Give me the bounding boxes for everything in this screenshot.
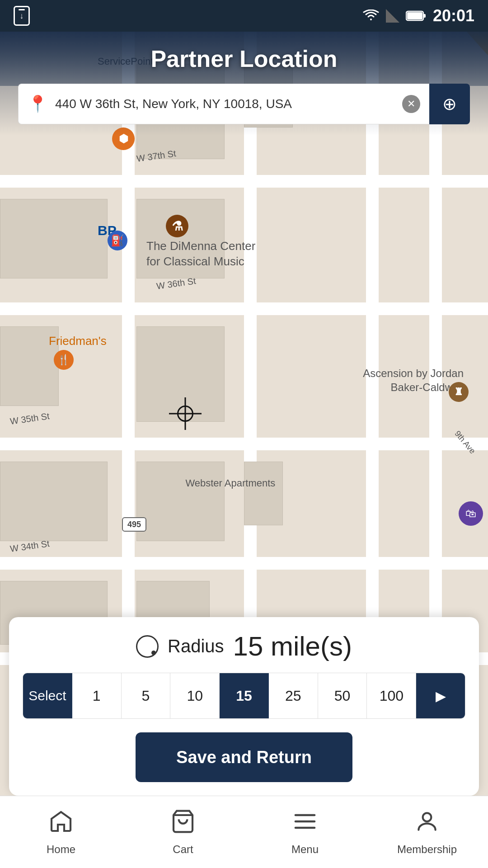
radius-row: Radius 15 mile(s) [23, 631, 465, 662]
marker-friedmans: 🍴 [54, 350, 74, 370]
nav-menu-label: Menu [291, 843, 319, 856]
pin-icon: 📍 [28, 94, 48, 113]
nav-cart-label: Cart [173, 843, 193, 856]
nav-home[interactable]: Home [0, 796, 122, 868]
option-50[interactable]: 50 [318, 673, 367, 718]
building-7 [0, 462, 108, 541]
option-5[interactable]: 5 [122, 673, 171, 718]
radius-icon [136, 635, 159, 658]
status-left: ↓ [14, 6, 30, 26]
more-arrow[interactable]: ▶ [416, 673, 465, 718]
bottom-panel: Radius 15 mile(s) Select 1 5 10 15 25 50… [9, 617, 479, 796]
marker-bag: 🛍 [459, 501, 483, 526]
clear-icon[interactable]: ✕ [402, 95, 420, 113]
radius-selector-strip[interactable]: Select 1 5 10 15 25 50 100 ▶ [23, 673, 465, 719]
search-input-wrap[interactable]: 📍 440 W 36th St, New York, NY 10018, USA… [18, 84, 429, 124]
search-address-text: 440 W 36th St, New York, NY 10018, USA [55, 97, 402, 111]
save-return-button[interactable]: Save and Return [136, 732, 352, 782]
phone-icon: ↓ [14, 6, 30, 26]
option-1[interactable]: 1 [72, 673, 122, 718]
crosshair-circle [177, 406, 193, 422]
highway-495-marker: 495 [122, 517, 146, 532]
status-right: 20:01 [362, 6, 474, 25]
option-15[interactable]: 15 [220, 673, 269, 718]
nav-home-label: Home [47, 843, 75, 856]
locate-icon: ⊕ [442, 94, 457, 114]
wifi-icon [362, 9, 380, 22]
building-4 [136, 199, 224, 278]
radius-value: 15 mile(s) [233, 631, 352, 662]
page-title-overlay: Partner Location [0, 32, 488, 86]
map-crosshair [169, 397, 202, 430]
svg-rect-1 [423, 14, 426, 18]
cart-icon [170, 809, 196, 840]
search-bar[interactable]: 📍 440 W 36th St, New York, NY 10018, USA… [18, 84, 470, 124]
bottom-nav: Home Cart Menu Membership [0, 796, 488, 868]
menu-icon [292, 809, 318, 840]
svg-point-6 [423, 813, 432, 821]
nav-membership[interactable]: Membership [366, 796, 488, 868]
nav-membership-label: Membership [397, 843, 457, 856]
battery-icon [406, 9, 427, 22]
person-icon [414, 809, 440, 840]
status-bar: ↓ 20:01 [0, 0, 488, 32]
option-100[interactable]: 100 [367, 673, 416, 718]
radius-label: Radius [168, 636, 224, 656]
marker-bp: ⛽ [108, 231, 127, 250]
option-10[interactable]: 10 [170, 673, 220, 718]
building-5 [0, 326, 59, 406]
building-3 [0, 199, 108, 278]
home-icon [48, 809, 74, 840]
option-25[interactable]: 25 [269, 673, 318, 718]
nav-menu[interactable]: Menu [244, 796, 366, 868]
locate-button[interactable]: ⊕ [429, 84, 470, 124]
select-label[interactable]: Select [23, 673, 72, 718]
nav-cart[interactable]: Cart [122, 796, 244, 868]
svg-rect-2 [407, 12, 422, 19]
signal-blocked-icon [386, 9, 399, 23]
status-time: 20:01 [433, 6, 474, 25]
marker-ascension: ♜ [449, 382, 469, 402]
building-8 [136, 462, 224, 541]
building-9 [244, 462, 283, 525]
page-title: Partner Location [150, 45, 337, 72]
